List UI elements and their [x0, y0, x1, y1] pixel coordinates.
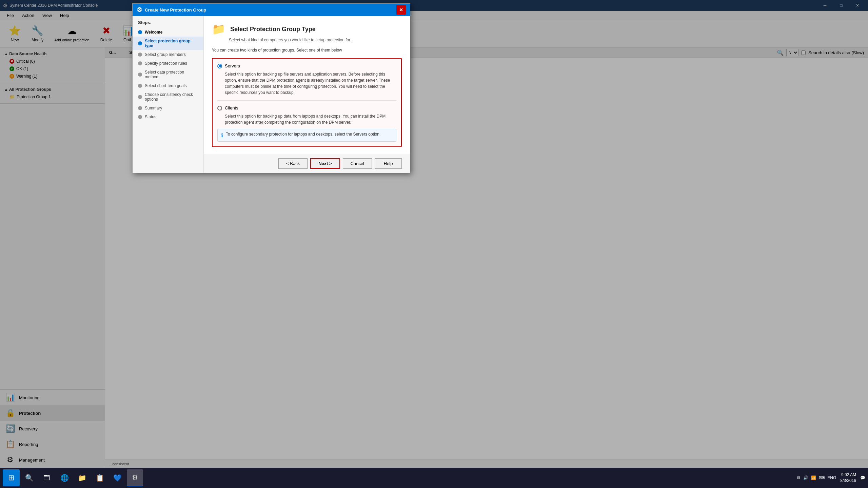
servers-label: Servers — [225, 63, 240, 68]
step-dot-status — [138, 115, 142, 119]
dialog-close-button[interactable]: ✕ — [396, 5, 406, 15]
tray-volume-icon: 🔊 — [803, 475, 808, 480]
date: 8/3/2016 — [840, 478, 856, 484]
step-data-protection-method: Select data protection method — [133, 68, 203, 81]
help-button[interactable]: Help — [375, 158, 402, 169]
tray-monitor-icon: 🖥 — [796, 475, 801, 480]
step-consistency-check: Choose consistency check options — [133, 90, 203, 104]
tray-network-icon: 📶 — [811, 475, 816, 480]
step-short-term-goals: Select short-term goals — [133, 81, 203, 90]
servers-description: Select this option for backing up file s… — [217, 71, 396, 96]
taskbar-file-explorer[interactable]: 📁 — [74, 469, 90, 486]
dialog-page-title: 📁 Select Protection Group Type — [212, 23, 402, 36]
steps-label: Steps: — [133, 20, 203, 28]
taskbar-task-view[interactable]: 🗔 — [39, 469, 55, 486]
dialog-titlebar: ⚙ Create New Protection Group ✕ — [133, 4, 410, 16]
taskbar-notepad[interactable]: 📋 — [92, 469, 108, 486]
page-title: Select Protection Group Type — [230, 26, 316, 33]
steps-panel: Steps: Welcome Select protection group t… — [133, 16, 204, 173]
notification-icon[interactable]: 💬 — [860, 475, 865, 480]
step-dot-type — [138, 41, 142, 45]
step-summary: Summary — [133, 104, 203, 113]
clients-label: Clients — [225, 105, 238, 110]
back-button[interactable]: < Back — [278, 158, 308, 169]
dialog-page-subtitle: Select what kind of computers you would … — [229, 38, 402, 42]
servers-radio[interactable] — [217, 64, 222, 68]
taskbar-search-icon[interactable]: 🔍 — [21, 469, 37, 486]
dialog-footer: < Back Next > Cancel Help — [204, 154, 410, 173]
step-label-welcome: Welcome — [145, 30, 162, 35]
step-dot-method — [138, 73, 142, 77]
time: 9:02 AM — [840, 472, 856, 478]
taskbar-dpm-icon[interactable]: ⚙ — [127, 469, 143, 486]
option-clients-header: Clients — [217, 105, 396, 110]
info-icon: ℹ — [221, 132, 223, 139]
step-label-goals: Select short-term goals — [145, 83, 186, 88]
step-label-check: Choose consistency check options — [145, 92, 198, 102]
step-dot-summary — [138, 106, 142, 110]
system-tray: 🖥 🔊 📶 ⌨ ENG — [796, 475, 836, 480]
dialog-title: Create New Protection Group — [145, 7, 206, 13]
clients-radio[interactable] — [217, 106, 222, 110]
step-label-summary: Summary — [145, 106, 162, 110]
dialog-description: You can create two kinds of protection g… — [212, 48, 402, 53]
info-note: ℹ To configure secondary protection for … — [217, 129, 396, 142]
step-dot-check — [138, 95, 142, 99]
dialog-content: Steps: Welcome Select protection group t… — [133, 16, 410, 173]
taskbar: ⊞ 🔍 🗔 🌐 📁 📋 💙 ⚙ 🖥 🔊 📶 ⌨ ENG 9:02 AM 8/3/… — [0, 468, 868, 488]
dialog-main-area: 📁 Select Protection Group Type Select wh… — [204, 16, 410, 173]
next-button[interactable]: Next > — [310, 158, 340, 169]
option-divider — [217, 100, 396, 101]
step-group-members: Select group members — [133, 50, 203, 59]
tray-keyboard-icon: ⌨ — [819, 475, 825, 480]
step-dot-rules — [138, 61, 142, 65]
servers-radio-inner — [219, 65, 221, 67]
step-label-type: Select protection group type — [145, 39, 198, 48]
start-button[interactable]: ⊞ — [3, 469, 20, 486]
step-dot-members — [138, 53, 142, 57]
clock: 9:02 AM 8/3/2016 — [840, 472, 856, 484]
folder-icon: 📁 — [212, 23, 225, 36]
modal-overlay: ⚙ Create New Protection Group ✕ Steps: W… — [0, 0, 868, 488]
dialog-main: 📁 Select Protection Group Type Select wh… — [204, 16, 410, 154]
step-protection-group-type: Select protection group type — [133, 37, 203, 50]
step-label-members: Select group members — [145, 52, 186, 57]
option-servers-header: Servers — [217, 63, 396, 68]
cancel-button[interactable]: Cancel — [343, 158, 372, 169]
taskbar-right: 🖥 🔊 📶 ⌨ ENG 9:02 AM 8/3/2016 💬 — [796, 472, 865, 484]
info-note-text: To configure secondary protection for la… — [226, 132, 380, 137]
step-welcome: Welcome — [133, 28, 203, 37]
clients-description: Select this option for backing up data f… — [217, 113, 396, 125]
step-label-method: Select data protection method — [145, 70, 198, 79]
dialog-icon: ⚙ — [137, 6, 142, 14]
create-protection-group-dialog: ⚙ Create New Protection Group ✕ Steps: W… — [132, 3, 410, 173]
taskbar-edge[interactable]: 🌐 — [56, 469, 73, 486]
step-status: Status — [133, 113, 203, 121]
taskbar-powershell[interactable]: 💙 — [109, 469, 125, 486]
step-label-rules: Specify protection rules — [145, 61, 187, 66]
step-protection-rules: Specify protection rules — [133, 59, 203, 68]
step-label-status: Status — [145, 115, 156, 119]
tray-lang: ENG — [827, 475, 836, 480]
step-dot-welcome — [138, 30, 142, 34]
page-title-text: Select Protection Group Type — [230, 26, 316, 33]
step-dot-goals — [138, 84, 142, 88]
option-servers-box[interactable]: Servers Select this option for backing u… — [212, 58, 402, 147]
